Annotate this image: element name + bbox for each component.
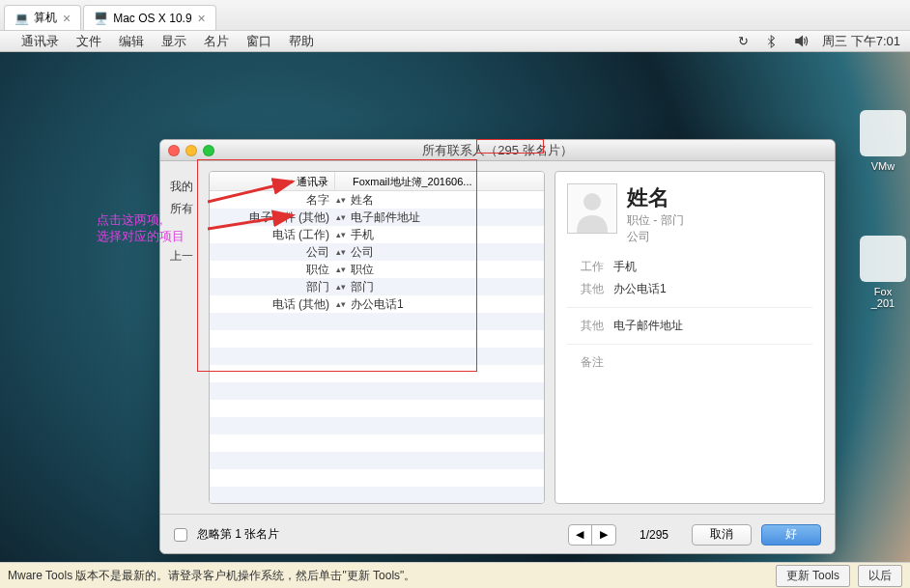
dropdown-icon[interactable]: ▴▾: [335, 299, 347, 309]
zoom-button[interactable]: [203, 145, 214, 156]
mapping-row: [210, 487, 544, 504]
file-icon: [860, 236, 906, 282]
icon-label: Fox _201: [871, 286, 895, 309]
ok-button[interactable]: 好: [761, 524, 821, 546]
later-button[interactable]: 以后: [858, 565, 902, 587]
close-icon[interactable]: ×: [198, 11, 206, 26]
update-tools-button[interactable]: 更新 Tools: [776, 565, 850, 587]
mapping-value: 手机: [347, 227, 544, 243]
mapping-row: [210, 382, 544, 400]
close-button[interactable]: [168, 145, 180, 156]
mapping-row[interactable]: 部门▴▾部门: [210, 278, 544, 295]
menu-contacts[interactable]: 通讯录: [21, 33, 59, 50]
sidebar-item: 我的: [170, 179, 199, 195]
mapping-label[interactable]: 部门: [210, 279, 335, 295]
skip-label: 忽略第 1 张名片: [197, 526, 279, 543]
mapping-row: [210, 365, 544, 382]
mapping-label[interactable]: 电话 (工作): [210, 227, 335, 243]
computer-icon: 💻: [14, 12, 28, 25]
menu-edit[interactable]: 编辑: [119, 33, 144, 50]
preview-field: 其他办公电话1: [567, 281, 812, 297]
mapping-row: [210, 330, 544, 348]
status-text: Mware Tools 版本不是最新的。请登录客户机操作系统，然后单击"更新 T…: [8, 568, 415, 584]
dropdown-icon[interactable]: ▴▾: [335, 212, 347, 222]
mapping-row[interactable]: 名字▴▾姓名: [210, 191, 544, 209]
mapping-row: [210, 434, 544, 452]
volume-icon[interactable]: [793, 34, 809, 49]
menu-help[interactable]: 帮助: [289, 33, 314, 50]
header-contacts: 通讯录: [210, 172, 335, 190]
next-button[interactable]: ▶: [592, 525, 615, 545]
minimize-button[interactable]: [185, 145, 197, 156]
preview-field: 工作手机: [567, 259, 812, 275]
desktop-icon-fox[interactable]: Fox _201: [860, 236, 906, 309]
dropdown-icon[interactable]: ▴▾: [335, 230, 347, 239]
menu-view[interactable]: 显示: [161, 33, 186, 50]
mapping-row: [210, 452, 544, 469]
browser-tab-1[interactable]: 💻 算机 ×: [4, 5, 81, 30]
preview-panel: 姓名 职位 - 部门 公司 工作手机 其他办公电话1 其他电子邮件地址: [555, 171, 825, 504]
mapping-label[interactable]: 电子邮件 (其他): [210, 210, 335, 226]
dropdown-icon[interactable]: ▴▾: [335, 282, 347, 292]
titlebar[interactable]: 所有联系人（295 张名片）: [160, 140, 835, 161]
mac-menubar: 通讯录 文件 编辑 显示 名片 窗口 帮助 ↻ 周三 下午7:01: [0, 31, 910, 52]
mapping-value: 电子邮件地址: [347, 210, 544, 226]
mapping-row[interactable]: 公司▴▾公司: [210, 243, 544, 261]
pager: ◀ ▶: [568, 524, 616, 546]
preview-field: 其他电子邮件地址: [567, 318, 812, 334]
prev-button[interactable]: ◀: [569, 525, 592, 545]
vmware-statusbar: Mware Tools 版本不是最新的。请登录客户机操作系统，然后单击"更新 T…: [0, 562, 910, 588]
tab-label: Mac OS X 10.9: [113, 12, 191, 25]
browser-tab-2[interactable]: 🖥️ Mac OS X 10.9 ×: [83, 5, 216, 30]
import-dialog: 所有联系人（295 张名片） 我的 所有 上一 通讯录 Foxmail地址簿_2…: [159, 139, 836, 554]
skip-checkbox[interactable]: [174, 528, 187, 542]
menu-window[interactable]: 窗口: [246, 33, 271, 50]
page-indicator: 1/295: [640, 528, 668, 542]
mapping-rows: 名字▴▾姓名电子邮件 (其他)▴▾电子邮件地址电话 (工作)▴▾手机公司▴▾公司…: [210, 191, 544, 504]
mapping-value: 姓名: [347, 192, 544, 209]
preview-name: 姓名: [627, 183, 684, 212]
mapping-label[interactable]: 公司: [210, 244, 335, 261]
mapping-row[interactable]: 职位▴▾职位: [210, 261, 544, 278]
dropdown-icon[interactable]: ▴▾: [335, 265, 347, 274]
mapping-panel: 通讯录 Foxmail地址簿_201606... 名字▴▾姓名电子邮件 (其他)…: [209, 171, 545, 504]
tab-label: 算机: [34, 10, 57, 26]
mapping-label[interactable]: 职位: [210, 262, 335, 278]
preview-subtitle: 职位 - 部门: [627, 212, 684, 229]
dropdown-icon[interactable]: ▴▾: [335, 247, 347, 257]
cancel-button[interactable]: 取消: [692, 524, 752, 546]
clock[interactable]: 周三 下午7:01: [822, 33, 900, 50]
mapping-row: [210, 469, 544, 487]
sync-icon[interactable]: ↻: [735, 34, 751, 49]
mapping-row[interactable]: 电子邮件 (其他)▴▾电子邮件地址: [210, 209, 544, 226]
app-icon: [860, 110, 906, 156]
mapping-label[interactable]: 名字: [210, 192, 335, 209]
mapping-row: [210, 400, 544, 417]
svg-point-0: [583, 193, 601, 210]
header-source: Foxmail地址簿_201606...: [347, 172, 478, 190]
mapping-row: [210, 348, 544, 365]
close-icon[interactable]: ×: [63, 11, 71, 26]
menu-card[interactable]: 名片: [204, 33, 229, 50]
mapping-row[interactable]: 电话 (工作)▴▾手机: [210, 226, 544, 243]
mapping-header: 通讯录 Foxmail地址簿_201606...: [210, 172, 544, 191]
dialog-footer: 忽略第 1 张名片 ◀ ▶ 1/295 取消 好: [160, 514, 835, 554]
annotation-text: 点击这两项, 选择对应的项目: [97, 212, 185, 245]
menu-file[interactable]: 文件: [76, 33, 101, 50]
preview-note: 备注: [567, 354, 812, 371]
preview-company: 公司: [627, 229, 684, 245]
mapping-value: 办公电话1: [347, 296, 544, 313]
dropdown-icon[interactable]: ▴▾: [335, 195, 347, 205]
window-title: 所有联系人（295 张名片）: [160, 142, 835, 159]
mapping-value: 职位: [347, 262, 544, 278]
desktop-wallpaper: VMw Fox _201 点击这两项, 选择对应的项目 所有联系人（295 张名…: [0, 52, 910, 562]
mapping-row[interactable]: 电话 (其他)▴▾办公电话1: [210, 295, 544, 313]
bluetooth-icon[interactable]: [764, 34, 780, 49]
mapping-value: 部门: [347, 279, 544, 295]
avatar: [567, 183, 617, 234]
mapping-label[interactable]: 电话 (其他): [210, 296, 335, 313]
sidebar-item: 上一: [170, 248, 199, 265]
desktop-icon-vmw[interactable]: VMw: [860, 110, 906, 172]
browser-tab-strip: 💻 算机 × 🖥️ Mac OS X 10.9 ×: [0, 0, 910, 31]
mapping-row: [210, 313, 544, 330]
